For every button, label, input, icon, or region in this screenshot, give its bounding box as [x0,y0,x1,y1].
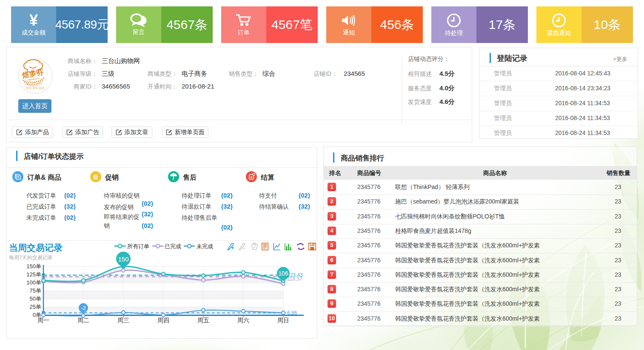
svg-text:所有订单: 所有订单 [127,243,149,250]
svg-text:周一: 周一 [37,317,49,324]
svg-text:150: 150 [118,255,128,263]
svg-text:已完成: 已完成 [165,243,181,250]
svg-text:¥: ¥ [251,175,253,179]
svg-text:周五: 周五 [197,317,209,324]
svg-text:118.37: 118.37 [287,276,302,282]
svg-text:面包·烘焙·甜品: 面包·烘焙·甜品 [26,86,44,90]
svg-text:未完成: 未完成 [197,243,213,250]
svg-text:-2: -2 [81,305,86,311]
svg-text:100单: 100单 [26,279,41,286]
svg-text:25单: 25单 [30,304,41,310]
svg-text:周三: 周三 [117,317,129,324]
svg-text:125单: 125单 [26,271,41,278]
svg-text:75单: 75单 [30,287,41,294]
svg-text:周四: 周四 [157,317,169,324]
svg-text:150单: 150单 [26,263,41,270]
svg-text:周日: 周日 [277,317,289,324]
svg-text:106: 106 [278,270,288,277]
svg-text:50单: 50单 [30,295,41,302]
svg-text:促: 促 [93,174,98,180]
svg-text:周六: 周六 [237,317,249,324]
